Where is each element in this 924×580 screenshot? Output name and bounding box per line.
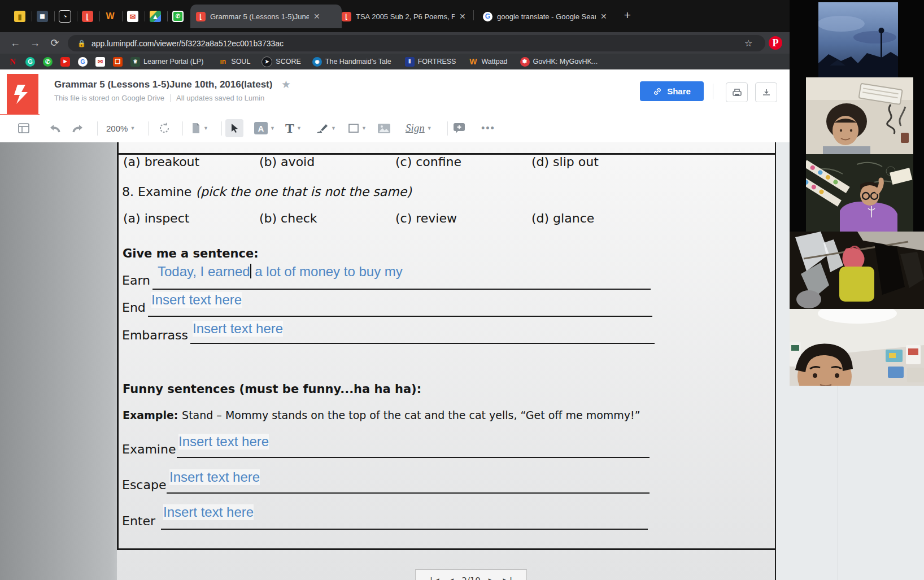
link-icon <box>653 87 662 96</box>
favorite-star-icon[interactable]: ★ <box>282 80 290 89</box>
tab-grammar5[interactable]: ⌊ Grammar 5 (Lessons 1-5)June 10 ✕ <box>190 5 342 28</box>
highlight-tool-dropdown[interactable]: A ▼ <box>254 119 275 137</box>
yellow-doc-icon: ▮ <box>14 11 25 22</box>
next-page-button[interactable]: ▶ <box>489 576 495 580</box>
pinned-tab-1[interactable]: ▮ <box>12 9 27 24</box>
participant-video-3[interactable] <box>806 154 913 232</box>
pinned-tab-8[interactable]: ✆ <box>171 9 185 24</box>
pinned-tab-3[interactable]: ◔ <box>58 9 72 24</box>
zoom-level-dropdown[interactable]: 200%▼ <box>106 119 135 137</box>
previous-page-button[interactable]: ◀ <box>447 576 454 580</box>
word-end: End <box>122 300 146 315</box>
bookmark-handmaids-tale[interactable]: ◉ The Handmaid's Tale <box>312 57 391 67</box>
thumbnail-panel-button[interactable] <box>18 119 29 137</box>
toolbar-separator <box>97 121 98 136</box>
participant-video-1[interactable] <box>818 2 898 77</box>
answer-line-enter[interactable] <box>161 513 648 530</box>
image-tool-button[interactable] <box>377 119 391 137</box>
bookmark-gmail[interactable]: ✉ <box>95 57 105 67</box>
tab-separator <box>32 11 32 21</box>
address-bar[interactable]: 🔒 app.luminpdf.com/viewer/5f3232a8a512ec… <box>68 35 765 51</box>
shape-tool-dropdown[interactable]: ▼ <box>348 119 367 137</box>
gmail-icon: ✉ <box>127 11 138 22</box>
comment-tool-button[interactable] <box>453 119 465 137</box>
answer-line-examine[interactable] <box>177 442 650 458</box>
youtube-icon: ▶ <box>60 57 70 67</box>
bookmark-label: Learner Portal (LP) <box>143 58 203 66</box>
bookmark-star-icon[interactable]: ☆ <box>744 38 752 49</box>
bookmark-govhk[interactable]: ✽ GovHK: MyGovHK... <box>520 57 598 67</box>
last-page-button[interactable]: ▶| <box>503 576 512 580</box>
first-page-button[interactable]: |◀ <box>430 576 439 580</box>
select-tool-button[interactable] <box>225 119 243 137</box>
rotate-button[interactable] <box>158 119 171 137</box>
answer-line-escape[interactable] <box>167 477 650 494</box>
tab-google-translate[interactable]: G google translate - Google Search ✕ <box>477 5 629 28</box>
office-icon: ❒ <box>113 57 123 67</box>
google-drive-icon: ▲ <box>150 11 161 22</box>
participant-video-2[interactable] <box>806 77 913 154</box>
pinned-tab-2[interactable]: ▦ <box>35 9 50 24</box>
option-b1: (b) avoid <box>259 155 315 169</box>
participant-video-5[interactable] <box>790 309 924 386</box>
tab-close-icon[interactable]: ✕ <box>600 12 607 21</box>
profile-avatar[interactable]: P <box>768 36 783 50</box>
lumin-logo[interactable] <box>7 74 38 115</box>
download-button[interactable] <box>755 82 777 102</box>
whatsapp-icon: ✆ <box>43 57 53 67</box>
bookmark-office[interactable]: ❒ <box>113 57 123 67</box>
document-viewport[interactable]: (a) breakout (b) avoid (c) confine (d) s… <box>0 142 791 580</box>
word-escape: Escape <box>122 478 166 492</box>
plus-icon: + <box>624 8 631 22</box>
bookmark-score[interactable]: ➤ SCORE <box>261 56 300 67</box>
draw-tool-dropdown[interactable]: ▼ <box>316 119 336 137</box>
lumin-pdf-icon: ⌊ <box>82 11 93 22</box>
answer-line-embarrass[interactable] <box>190 328 655 344</box>
participant-video-4[interactable] <box>790 232 924 309</box>
pinned-tab-5[interactable]: W <box>103 9 117 24</box>
tab-close-icon[interactable]: ✕ <box>459 12 466 21</box>
answer-line-end[interactable] <box>148 300 652 317</box>
undo-button[interactable] <box>48 119 62 137</box>
funny-heading: Funny sentences (must be funny...ha ha h… <box>123 382 421 396</box>
rotate-icon <box>158 122 171 134</box>
document-title: Grammar 5 (Lessons 1-5)June 10th, 2016(l… <box>54 79 290 90</box>
bookmark-whatsapp[interactable]: ✆ <box>43 57 53 67</box>
more-tools-button[interactable]: ••• <box>481 119 495 137</box>
answer-line-earn[interactable] <box>152 273 651 290</box>
cursor-icon <box>230 123 239 133</box>
text-tool-dropdown[interactable]: T▼ <box>285 119 302 137</box>
share-button[interactable]: Share <box>640 81 704 101</box>
pinned-tab-4[interactable]: ⌊ <box>80 9 95 24</box>
chevron-down-icon: ▼ <box>361 125 367 131</box>
bookmark-google[interactable]: G <box>78 57 88 67</box>
sign-tool-dropdown[interactable]: Sign▼ <box>406 119 432 137</box>
toolbar-separator <box>447 121 448 136</box>
lumin-pdf-icon: ⌊ <box>196 12 206 21</box>
redo-button[interactable] <box>71 119 85 137</box>
bookmark-learner-portal[interactable]: ♕ Learner Portal (LP) <box>130 57 203 67</box>
bookmark-fortress[interactable]: Ⅱ FORTRESS <box>405 57 456 67</box>
new-tab-button[interactable]: + <box>620 8 635 23</box>
bookmark-wattpad[interactable]: W Wattpad <box>468 57 507 67</box>
page-tool-dropdown[interactable]: ▼ <box>191 119 208 137</box>
pinned-tab-7[interactable]: ▲ <box>148 9 163 24</box>
bookmark-green-g[interactable]: G <box>25 57 35 67</box>
forward-button[interactable]: → <box>28 36 42 50</box>
tab-tsa2005[interactable]: ⌊ TSA 2005 Sub 2, P6 Poems, Famil ✕ <box>336 5 483 28</box>
chevron-down-icon: ▼ <box>203 125 208 131</box>
panel-icon <box>18 123 29 133</box>
bookmark-netflix[interactable]: N <box>8 57 18 67</box>
bookmark-label: FORTRESS <box>418 58 456 66</box>
back-button[interactable]: ← <box>8 36 23 50</box>
reload-button[interactable]: ⟳ <box>47 36 62 50</box>
bookmark-youtube[interactable]: ▶ <box>60 57 70 67</box>
option-c1: (c) confine <box>395 155 461 169</box>
pdf-toolbar: 200%▼ ▼ A <box>0 115 791 143</box>
print-button[interactable] <box>726 82 748 102</box>
rectangle-icon <box>348 123 359 133</box>
pinned-tab-6[interactable]: ✉ <box>125 9 140 24</box>
tab-close-icon[interactable]: ✕ <box>313 12 320 21</box>
bookmark-soul[interactable]: ın SOUL <box>218 57 250 67</box>
lumin-header: Grammar 5 (Lessons 1-5)June 10th, 2016(l… <box>0 69 791 115</box>
